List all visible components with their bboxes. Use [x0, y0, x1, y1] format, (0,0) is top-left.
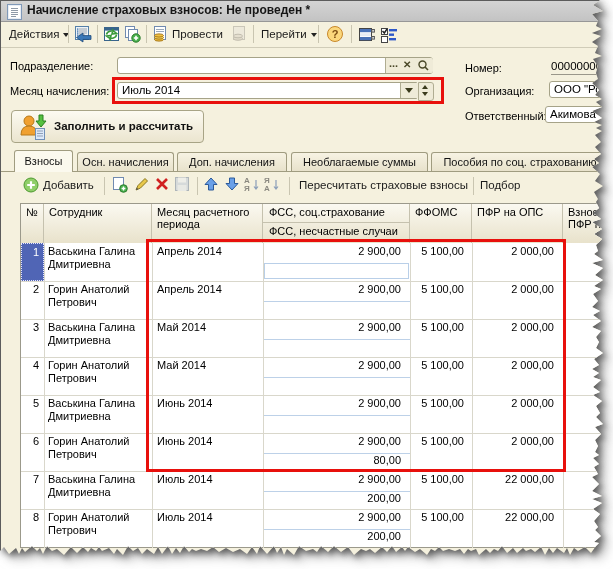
svg-text:?: ?: [332, 28, 339, 40]
